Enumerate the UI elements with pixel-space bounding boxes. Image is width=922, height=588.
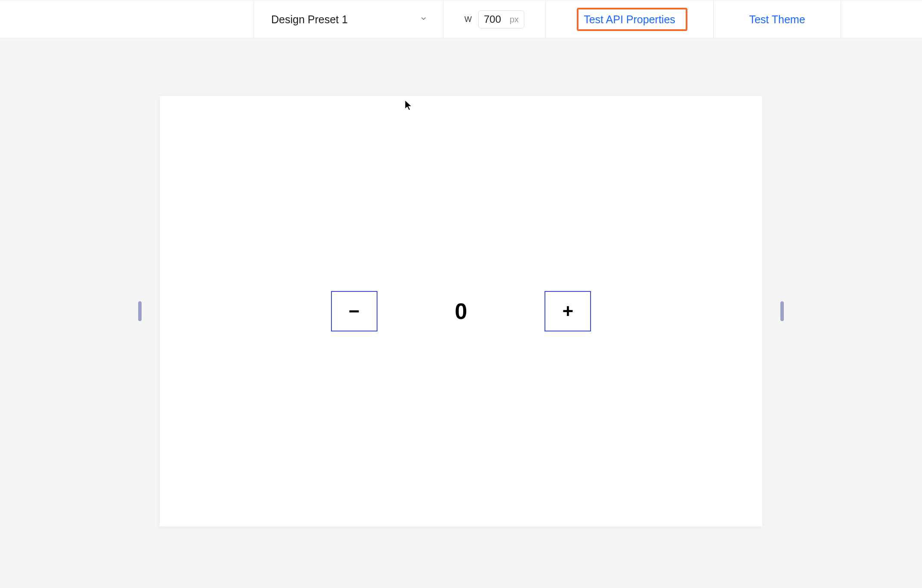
canvas-area: − 0 +	[0, 38, 922, 588]
toolbar: Design Preset 1 W px Test API Properties…	[0, 1, 922, 38]
resize-handle-right[interactable]	[780, 301, 784, 321]
test-api-properties-button[interactable]: Test API Properties	[546, 1, 714, 38]
toolbar-left-space	[0, 1, 254, 38]
counter-value: 0	[455, 298, 467, 324]
decrement-button[interactable]: −	[331, 291, 377, 331]
test-api-properties-label: Test API Properties	[584, 13, 675, 26]
width-control: W px	[443, 1, 546, 38]
resize-handle-left[interactable]	[138, 301, 142, 321]
design-preset-label: Design Preset 1	[271, 13, 348, 26]
design-canvas[interactable]: − 0 +	[160, 96, 762, 526]
increment-button[interactable]: +	[545, 291, 591, 331]
width-unit: px	[510, 15, 519, 25]
width-input-wrapper: px	[478, 10, 524, 28]
width-input[interactable]	[484, 13, 505, 25]
test-theme-label: Test Theme	[749, 13, 805, 26]
test-theme-button[interactable]: Test Theme	[714, 1, 841, 38]
chevron-down-icon	[420, 15, 427, 24]
counter-widget: − 0 +	[331, 291, 591, 331]
design-preset-dropdown[interactable]: Design Preset 1	[254, 1, 443, 38]
width-label: W	[464, 15, 472, 24]
